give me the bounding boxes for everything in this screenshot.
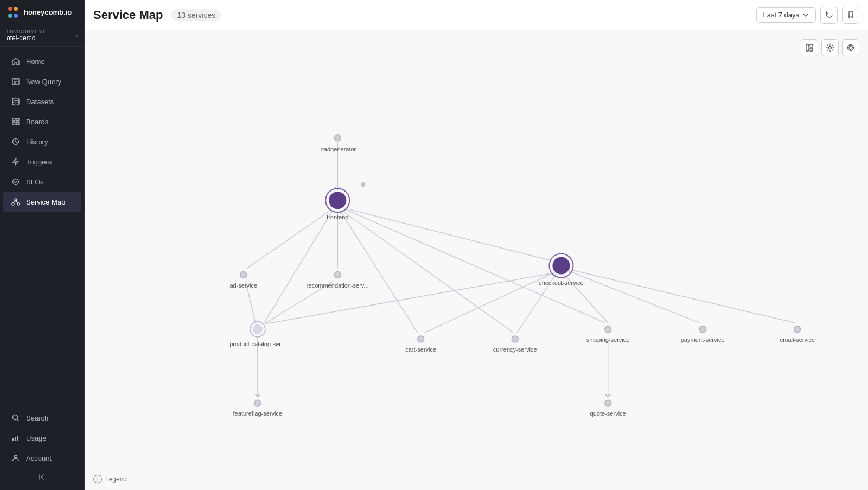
sidebar-item-usage[interactable]: Usage bbox=[3, 428, 81, 448]
svg-point-13 bbox=[17, 203, 20, 205]
svg-point-72 bbox=[699, 326, 706, 333]
layout-button[interactable] bbox=[801, 39, 818, 56]
svg-rect-18 bbox=[12, 438, 14, 441]
time-range-selector[interactable]: Last 7 days bbox=[756, 7, 816, 23]
sidebar-collapse-button[interactable] bbox=[0, 468, 84, 486]
info-icon: i bbox=[93, 475, 102, 483]
svg-point-12 bbox=[12, 203, 14, 205]
service-map-svg: loadgenerator frontend ad-service recomm… bbox=[85, 30, 868, 490]
svg-text:quote-service: quote-service bbox=[590, 410, 626, 417]
sidebar-item-service-map[interactable]: Service Map bbox=[3, 192, 81, 212]
chevron-down-icon bbox=[802, 12, 809, 18]
svg-point-58 bbox=[334, 272, 341, 278]
sidebar-item-search[interactable]: Search bbox=[3, 408, 81, 428]
service-count-badge: 13 services bbox=[171, 9, 221, 21]
main-content: Service Map 13 services Last 7 days bbox=[85, 0, 868, 490]
query-icon bbox=[11, 77, 21, 86]
svg-point-78 bbox=[605, 400, 611, 406]
sidebar-item-account[interactable]: Account bbox=[3, 448, 81, 468]
svg-rect-20 bbox=[17, 436, 18, 441]
logo-area[interactable]: honeycomb.io bbox=[0, 0, 84, 24]
svg-point-26 bbox=[829, 47, 832, 49]
svg-point-61 bbox=[552, 257, 570, 274]
svg-rect-24 bbox=[810, 44, 813, 47]
svg-point-4 bbox=[12, 98, 19, 101]
history-icon bbox=[11, 137, 21, 147]
svg-text:shipping-service: shipping-service bbox=[586, 336, 630, 343]
bottom-nav: Search Usage Account bbox=[0, 403, 84, 490]
settings-button[interactable] bbox=[821, 39, 839, 56]
svg-rect-5 bbox=[12, 118, 15, 121]
env-label: ENVIRONMENT bbox=[7, 29, 45, 34]
sidebar-item-slos[interactable]: SLOs bbox=[3, 172, 81, 192]
svg-line-14 bbox=[13, 201, 16, 203]
sidebar-label-datasets: Datasets bbox=[26, 98, 54, 106]
svg-point-21 bbox=[15, 455, 17, 458]
svg-point-70 bbox=[605, 326, 611, 333]
home-icon bbox=[11, 56, 21, 66]
svg-rect-7 bbox=[12, 122, 15, 125]
options-button[interactable] bbox=[842, 39, 859, 56]
sidebar-label-usage: Usage bbox=[26, 434, 47, 442]
service-map-area: loadgenerator frontend ad-service recomm… bbox=[85, 30, 868, 490]
datasets-icon bbox=[11, 97, 21, 106]
sidebar-label-slos: SLOs bbox=[26, 178, 44, 186]
svg-point-28 bbox=[849, 46, 852, 49]
sidebar-item-triggers[interactable]: Triggers bbox=[3, 152, 81, 171]
svg-line-17 bbox=[17, 419, 19, 421]
svg-text:ad-service: ad-service bbox=[229, 282, 257, 289]
sidebar-label-home: Home bbox=[26, 58, 45, 66]
sidebar-item-home[interactable]: Home bbox=[3, 52, 81, 71]
sidebar-item-datasets[interactable]: Datasets bbox=[3, 92, 81, 111]
svg-rect-19 bbox=[15, 437, 16, 441]
svg-point-74 bbox=[794, 326, 801, 333]
service-map-icon bbox=[11, 197, 21, 207]
svg-point-80 bbox=[361, 182, 365, 187]
sidebar-item-new-query[interactable]: New Query bbox=[3, 72, 81, 91]
time-range-label: Last 7 days bbox=[763, 11, 800, 19]
svg-rect-25 bbox=[810, 48, 813, 51]
sidebar-item-boards[interactable]: Boards bbox=[3, 112, 81, 131]
sidebar-label-history: History bbox=[26, 138, 48, 146]
svg-text:cart-service: cart-service bbox=[405, 346, 436, 353]
svg-text:currency-service: currency-service bbox=[493, 346, 537, 353]
svg-rect-6 bbox=[16, 118, 19, 121]
account-icon bbox=[11, 453, 21, 463]
svg-line-45 bbox=[571, 270, 794, 323]
sidebar-label-search: Search bbox=[26, 414, 48, 422]
svg-rect-8 bbox=[16, 122, 19, 125]
search-icon bbox=[11, 413, 21, 423]
svg-point-68 bbox=[512, 336, 518, 342]
svg-text:email-service: email-service bbox=[780, 336, 815, 343]
refresh-button[interactable] bbox=[820, 7, 838, 24]
svg-point-11 bbox=[15, 199, 17, 201]
page-title: Service Map bbox=[93, 8, 163, 22]
svg-line-34 bbox=[247, 211, 329, 268]
sidebar-label-triggers: Triggers bbox=[26, 158, 52, 166]
usage-icon bbox=[11, 433, 21, 443]
svg-text:featureflag-service: featureflag-service bbox=[233, 410, 283, 417]
svg-text:frontend: frontend bbox=[327, 214, 348, 220]
bookmark-button[interactable] bbox=[842, 7, 859, 24]
svg-line-41 bbox=[425, 272, 556, 333]
triggers-icon bbox=[11, 157, 21, 167]
svg-point-10 bbox=[13, 179, 19, 185]
svg-line-37 bbox=[264, 211, 332, 323]
slos-icon bbox=[11, 177, 21, 187]
page-header: Service Map 13 services Last 7 days bbox=[85, 0, 868, 30]
nav-section: Home New Query Da bbox=[0, 47, 84, 403]
legend-button[interactable]: i Legend bbox=[93, 475, 127, 483]
logo-icon bbox=[7, 5, 20, 18]
sidebar-item-history[interactable]: History bbox=[3, 132, 81, 151]
svg-line-36 bbox=[346, 208, 550, 260]
chevron-right-icon: › bbox=[76, 33, 78, 39]
sidebar-label-service-map: Service Map bbox=[26, 198, 65, 206]
environment-selector[interactable]: ENVIRONMENT otel-demo › bbox=[0, 24, 84, 47]
sidebar-label-boards: Boards bbox=[26, 118, 48, 126]
sidebar-label-account: Account bbox=[26, 454, 52, 462]
svg-point-56 bbox=[240, 272, 247, 278]
svg-text:recommendation-serv...: recommendation-serv... bbox=[307, 282, 369, 289]
map-toolbar bbox=[801, 39, 859, 56]
svg-point-76 bbox=[254, 400, 261, 406]
svg-line-38 bbox=[340, 211, 417, 333]
